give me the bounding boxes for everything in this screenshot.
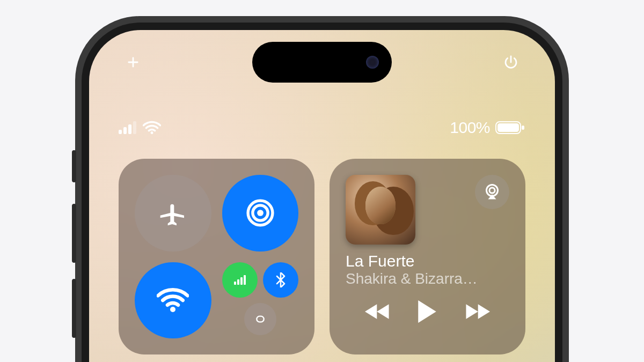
wifi-icon [157, 287, 189, 313]
control-center-grid: La Fuerte Shakira & Bizarra… [119, 159, 525, 354]
airdrop-icon [243, 196, 277, 230]
phone-bezel: 100% [82, 23, 562, 362]
track-info: La Fuerte Shakira & Bizarra… [346, 252, 509, 287]
track-artist: Shakira & Bizarra… [346, 270, 509, 287]
battery-percent: 100% [450, 119, 490, 137]
power-icon [503, 54, 519, 70]
plus-icon [126, 55, 141, 70]
play-icon [416, 299, 438, 324]
now-playing-tile[interactable]: La Fuerte Shakira & Bizarra… [330, 159, 525, 354]
control-center-top-bar [89, 50, 555, 74]
album-art [346, 175, 415, 245]
svg-point-7 [487, 185, 498, 196]
svg-rect-1 [497, 123, 519, 132]
fast-forward-icon [464, 302, 490, 321]
cellular-signal-icon [119, 121, 136, 134]
airplane-icon [158, 198, 188, 228]
add-control-button[interactable] [121, 50, 145, 74]
svg-point-6 [170, 307, 175, 312]
svg-rect-2 [522, 125, 524, 130]
previous-track-button[interactable] [365, 302, 391, 323]
next-track-button[interactable] [464, 302, 490, 323]
svg-point-3 [257, 210, 264, 216]
phone-screen: 100% [89, 30, 555, 362]
connectivity-tile[interactable] [119, 159, 314, 354]
airplane-mode-button[interactable] [135, 175, 211, 252]
airplay-button[interactable] [475, 175, 509, 209]
track-title: La Fuerte [346, 252, 509, 270]
play-button[interactable] [416, 299, 438, 326]
phone-frame: 100% [75, 16, 569, 362]
personal-hotspot-button[interactable] [244, 303, 276, 335]
media-transport [346, 299, 509, 326]
airplay-icon [482, 182, 502, 202]
volume-down-button [72, 279, 76, 338]
mute-switch [72, 150, 76, 182]
bluetooth-icon [275, 272, 286, 287]
status-bar: 100% [89, 119, 555, 137]
airdrop-button[interactable] [222, 175, 299, 252]
svg-point-8 [489, 188, 495, 193]
cellular-bars-icon [234, 275, 246, 285]
link-icon [252, 314, 269, 324]
volume-up-button [72, 204, 76, 263]
battery-icon [495, 121, 525, 135]
connectivity-sub-cluster [222, 262, 299, 339]
rewind-icon [365, 302, 391, 321]
bluetooth-button[interactable] [263, 262, 298, 298]
wifi-icon [143, 121, 161, 135]
wifi-button[interactable] [135, 262, 211, 339]
power-button[interactable] [499, 50, 523, 74]
cellular-data-button[interactable] [222, 262, 258, 298]
